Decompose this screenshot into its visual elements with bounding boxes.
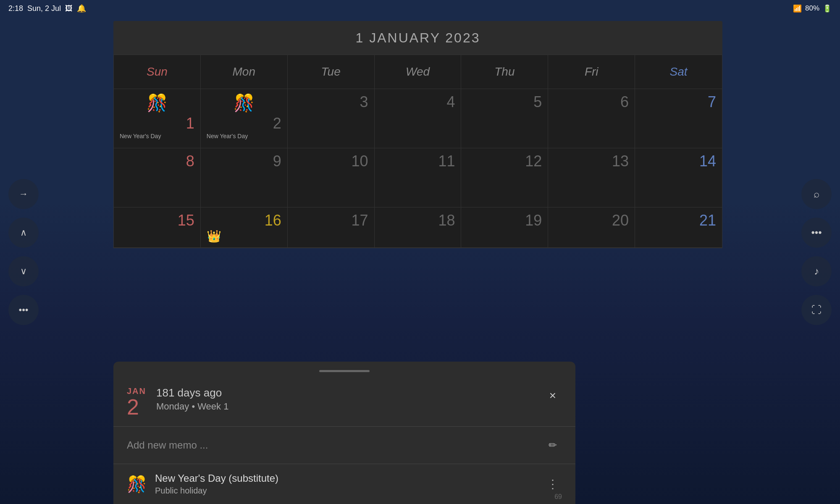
cell-jan-17[interactable]: 17 xyxy=(288,207,375,247)
popup-event-title: New Year's Day (substitute) xyxy=(155,472,543,484)
cell-jan-15-date: 15 xyxy=(120,212,194,229)
cell-jan-11-date: 11 xyxy=(381,152,455,170)
status-date: Sun, 2 Jul xyxy=(27,4,61,13)
cell-jan-21[interactable]: 21 xyxy=(635,207,722,247)
up-icon: ∧ xyxy=(20,227,27,238)
cell-jan-12-date: 12 xyxy=(467,152,542,170)
more-icon-left: ••• xyxy=(18,304,28,315)
cell-jan-7[interactable]: 7 xyxy=(635,89,722,148)
cell-jan-13-date: 13 xyxy=(554,152,629,170)
cell-jan-6[interactable]: 6 xyxy=(548,89,635,148)
cell-jan-17-date: 17 xyxy=(294,212,368,229)
cell-jan-1[interactable]: 🎊 1 New Year's Day xyxy=(114,89,201,148)
bell-icon: 🔔 xyxy=(77,4,86,13)
calendar-grid: Sun Mon Tue Wed Thu Fri Sat xyxy=(113,55,722,248)
popup-event-menu-button[interactable]: ⋮ xyxy=(543,475,562,494)
cell-jan-1-emoji: 🎊 xyxy=(120,93,194,113)
cell-jan-12[interactable]: 12 xyxy=(461,148,548,207)
cell-jan-2-emoji: 🎊 xyxy=(207,93,281,113)
cell-jan-11[interactable]: 11 xyxy=(375,148,462,207)
day-popup: JAN 2 181 days ago Monday • Week 1 × Add… xyxy=(113,362,575,504)
cell-jan-18-date: 18 xyxy=(381,212,455,229)
menu-button[interactable]: → xyxy=(8,179,39,209)
cell-jan-7-date: 7 xyxy=(641,93,716,111)
right-sidebar: ⌕ ••• ♪ ⛶ xyxy=(801,179,832,325)
cell-jan-19-date: 19 xyxy=(467,212,542,229)
search-icon: ⌕ xyxy=(814,188,819,200)
calendar-title: 1 JANUARY 2023 xyxy=(356,30,480,46)
music-button[interactable]: ♪ xyxy=(801,256,832,286)
popup-edit-button[interactable]: ✏ xyxy=(543,436,562,454)
popup-event-emoji: 🎊 xyxy=(127,475,147,494)
calendar-header: 1 JANUARY 2023 xyxy=(113,21,722,55)
cell-jan-1-event: New Year's Day xyxy=(120,133,161,139)
battery-level: 80% xyxy=(805,4,819,13)
more-button-left[interactable]: ••• xyxy=(8,295,39,325)
scroll-down-button[interactable]: ∨ xyxy=(8,256,39,286)
cell-jan-2-date: 2 xyxy=(207,115,281,132)
cell-jan-10[interactable]: 10 xyxy=(288,148,375,207)
search-button[interactable]: ⌕ xyxy=(801,179,832,209)
cell-jan-4-date: 4 xyxy=(381,93,455,111)
cell-jan-20-date: 20 xyxy=(554,212,629,229)
popup-event-menu-icon: ⋮ xyxy=(547,477,559,491)
week-1: 🎊 1 New Year's Day 🎊 2 New Year's Day 3 … xyxy=(114,89,722,148)
cell-jan-14[interactable]: 14 xyxy=(635,148,722,207)
popup-weekday: Monday • Week 1 xyxy=(156,401,543,412)
scroll-up-button[interactable]: ∧ xyxy=(8,218,39,248)
popup-event-info: New Year's Day (substitute) Public holid… xyxy=(155,472,543,496)
battery-icon: 🔋 xyxy=(823,4,832,13)
cell-jan-4[interactable]: 4 xyxy=(375,89,462,148)
expand-button[interactable]: ⛶ xyxy=(801,295,832,325)
cell-jan-9[interactable]: 9 xyxy=(201,148,288,207)
cell-jan-20[interactable]: 20 xyxy=(548,207,635,247)
popup-event-row: 🎊 New Year's Day (substitute) Public hol… xyxy=(113,464,575,504)
cell-jan-15[interactable]: 15 xyxy=(114,207,201,247)
day-headers: Sun Mon Tue Wed Thu Fri Sat xyxy=(114,55,722,89)
status-bar: 2:18 Sun, 2 Jul 🖼 🔔 📶 80% 🔋 xyxy=(0,0,840,17)
cell-jan-3-date: 3 xyxy=(294,93,368,111)
header-sat: Sat xyxy=(635,55,722,89)
popup-header: JAN 2 181 days ago Monday • Week 1 × xyxy=(113,375,575,427)
calendar-container: 1 JANUARY 2023 Sun Mon Tue Wed Thu Fri xyxy=(113,21,722,248)
header-wed: Wed xyxy=(375,55,462,89)
popup-close-button[interactable]: × xyxy=(543,386,562,405)
popup-page-num: 69 xyxy=(554,493,562,501)
cell-jan-3[interactable]: 3 xyxy=(288,89,375,148)
cell-jan-18[interactable]: 18 xyxy=(375,207,462,247)
wifi-icon: 📶 xyxy=(793,4,802,13)
left-sidebar: → ∧ ∨ ••• xyxy=(8,179,39,325)
week-2: 8 9 10 11 12 13 14 xyxy=(114,148,722,207)
cell-jan-16-date: 16 xyxy=(207,212,281,229)
cell-jan-5-date: 5 xyxy=(467,93,542,111)
cell-jan-19[interactable]: 19 xyxy=(461,207,548,247)
cell-jan-13[interactable]: 13 xyxy=(548,148,635,207)
status-left: 2:18 Sun, 2 Jul 🖼 🔔 xyxy=(8,4,86,13)
expand-icon: ⛶ xyxy=(811,304,822,316)
header-fri: Fri xyxy=(548,55,635,89)
popup-date-block: JAN 2 xyxy=(127,386,146,418)
cell-jan-8[interactable]: 8 xyxy=(114,148,201,207)
week-3: 15 16 👑 17 18 19 20 21 xyxy=(114,207,722,248)
header-sun: Sun xyxy=(114,55,201,89)
cell-jan-6-date: 6 xyxy=(554,93,629,111)
music-icon: ♪ xyxy=(814,265,819,277)
popup-memo-row[interactable]: Add new memo ... ✏ xyxy=(113,427,575,464)
cell-jan-16[interactable]: 16 👑 xyxy=(201,207,288,247)
cell-jan-5[interactable]: 5 xyxy=(461,89,548,148)
cell-jan-14-date: 14 xyxy=(641,152,716,170)
edit-icon: ✏ xyxy=(549,439,557,451)
cell-jan-9-date: 9 xyxy=(207,152,281,170)
scroll-indicator xyxy=(319,370,370,372)
down-icon: ∨ xyxy=(20,266,27,277)
cell-jan-10-date: 10 xyxy=(294,152,368,170)
menu-icon: → xyxy=(19,189,28,200)
header-thu: Thu xyxy=(461,55,548,89)
popup-scroll-handle-area xyxy=(113,362,575,372)
cell-jan-2[interactable]: 🎊 2 New Year's Day xyxy=(201,89,288,148)
more-button-right[interactable]: ••• xyxy=(801,218,832,248)
cell-jan-1-date: 1 xyxy=(120,115,194,132)
close-icon: × xyxy=(549,389,556,402)
popup-day-num: 2 xyxy=(127,396,146,418)
header-mon: Mon xyxy=(201,55,288,89)
